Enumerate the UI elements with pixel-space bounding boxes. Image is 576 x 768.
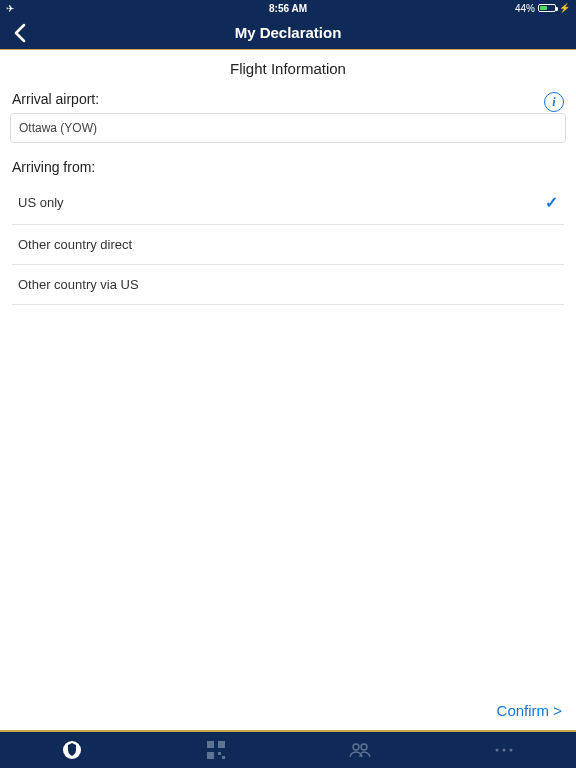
checkmark-icon: ✓ (545, 193, 558, 212)
page-title: My Declaration (235, 24, 342, 41)
svg-rect-5 (222, 756, 225, 759)
arriving-from-label: Arriving from: (0, 159, 576, 181)
chevron-left-icon (13, 23, 27, 43)
confirm-row: Confirm > (0, 692, 576, 730)
option-label: US only (18, 195, 64, 210)
shield-icon (62, 740, 82, 760)
confirm-button[interactable]: Confirm > (497, 702, 562, 719)
svg-point-10 (510, 749, 513, 752)
arrival-airport-label: Arrival airport: (0, 91, 111, 113)
people-icon (349, 742, 371, 758)
svg-point-6 (353, 744, 359, 750)
more-icon (494, 747, 514, 753)
battery-icon (538, 4, 556, 12)
tab-travelers[interactable] (288, 742, 432, 758)
arrival-airport-field[interactable]: Ottawa (YOW) (10, 113, 566, 143)
svg-rect-4 (218, 752, 221, 755)
back-button[interactable] (0, 23, 40, 43)
svg-point-7 (361, 744, 367, 750)
svg-rect-2 (218, 741, 225, 748)
qr-icon (207, 741, 225, 759)
section-title: Flight Information (0, 60, 576, 77)
svg-rect-1 (207, 741, 214, 748)
svg-point-8 (496, 749, 499, 752)
option-us-only[interactable]: US only ✓ (12, 181, 564, 225)
tab-bar (0, 730, 576, 768)
content-area: Flight Information Arrival airport: i Ot… (0, 50, 576, 692)
info-icon[interactable]: i (544, 92, 564, 112)
charging-icon: ⚡ (559, 3, 570, 13)
arriving-from-list: US only ✓ Other country direct Other cou… (0, 181, 576, 305)
option-other-direct[interactable]: Other country direct (12, 225, 564, 265)
tab-qr[interactable] (144, 741, 288, 759)
svg-rect-3 (207, 752, 214, 759)
navigation-bar: My Declaration (0, 16, 576, 50)
battery-percent: 44% (515, 3, 535, 14)
option-other-via-us[interactable]: Other country via US (12, 265, 564, 305)
tab-home[interactable] (0, 740, 144, 760)
option-label: Other country direct (18, 237, 132, 252)
tab-more[interactable] (432, 747, 576, 753)
option-label: Other country via US (18, 277, 139, 292)
svg-point-9 (503, 749, 506, 752)
airplane-mode-icon: ✈ (6, 3, 14, 14)
status-time: 8:56 AM (269, 3, 307, 14)
status-bar: ✈ 8:56 AM 44% ⚡ (0, 0, 576, 16)
